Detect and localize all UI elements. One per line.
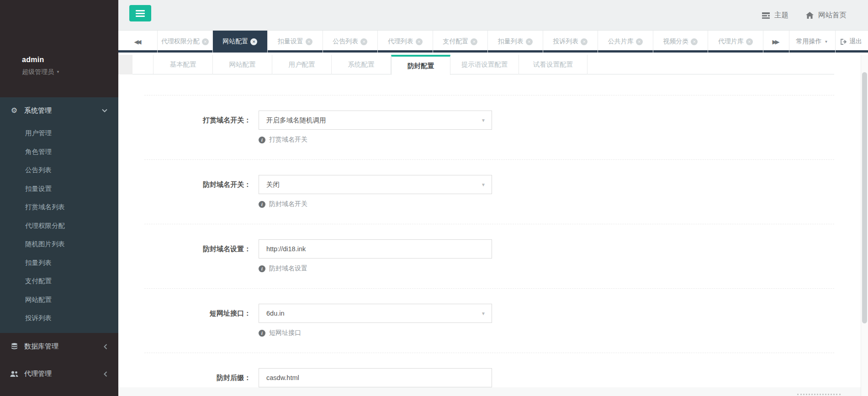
- tab-label: 代理列表: [388, 37, 413, 46]
- admin-backend-screen: admin 超级管理员▼ ⚙ 系统管理 用户管理角色管理公告列表扣量设置打赏域名…: [0, 0, 868, 396]
- username: admin: [22, 56, 118, 64]
- close-icon[interactable]: ×: [416, 38, 423, 45]
- form-row-main: 短网址接口：6du.in▼: [144, 304, 834, 323]
- field-label: 短网址接口：: [144, 304, 251, 323]
- field-control: http://di18.ink: [259, 239, 492, 259]
- form-row-main: 打赏域名开关：开启多域名随机调用▼: [144, 111, 834, 130]
- close-icon[interactable]: ×: [471, 38, 477, 45]
- sidebar-subitem[interactable]: 扣量设置: [0, 180, 118, 198]
- user-role-label: 超级管理员: [22, 68, 54, 75]
- sidebar-subitem[interactable]: 随机图片列表: [0, 235, 118, 253]
- users-icon: [10, 371, 18, 377]
- form-row: 防封域名设置：http://di18.inki防封域名设置: [144, 224, 834, 288]
- tab-item[interactable]: 支付配置×: [433, 31, 488, 53]
- close-icon[interactable]: ×: [360, 38, 367, 45]
- subtab-item[interactable]: 用户配置: [272, 55, 332, 74]
- theme-link[interactable]: 主题: [762, 11, 789, 20]
- field-value: http://di18.ink: [266, 245, 306, 253]
- common-actions-dropdown[interactable]: 常用操作 ▼: [789, 31, 836, 53]
- text-input-field[interactable]: http://di18.ink: [259, 239, 492, 259]
- tab-label: 网站配置: [222, 37, 248, 46]
- sidebar-subitem[interactable]: 公告列表: [0, 161, 118, 180]
- scrollbar-thumb[interactable]: [862, 72, 867, 323]
- tab-item[interactable]: 公共片库×: [598, 31, 653, 53]
- tab-item[interactable]: 代理片库×: [708, 31, 763, 53]
- subtab-item[interactable]: 提示语设置配置: [450, 55, 519, 74]
- logout-button[interactable]: 退出: [836, 31, 868, 53]
- sidebar-item-agent-management[interactable]: 代理管理: [0, 360, 118, 388]
- chevron-down-icon: ▼: [56, 70, 60, 74]
- tab-label: 支付配置: [443, 37, 468, 46]
- form-row-main: 防封后缀：casdw.html: [144, 368, 834, 387]
- field-control: 关闭▼: [259, 175, 492, 194]
- sidebar-toggle-button[interactable]: [129, 5, 151, 21]
- tabs-scroll-right-button[interactable]: ▶▶: [763, 31, 789, 53]
- site-home-link[interactable]: 网站首页: [806, 11, 847, 20]
- sidebar-item-system-management[interactable]: ⚙ 系统管理: [0, 97, 118, 124]
- tab-label: 扣量列表: [498, 37, 524, 46]
- subtab-item[interactable]: 基本配置: [153, 55, 213, 74]
- sidebar-subitem[interactable]: 用户管理: [0, 124, 118, 143]
- sidebar-subitem[interactable]: 投诉列表: [0, 309, 118, 327]
- text-input-field[interactable]: casdw.html: [259, 368, 492, 387]
- tab-item[interactable]: 代理列表×: [378, 31, 433, 53]
- close-icon[interactable]: ×: [581, 38, 587, 45]
- theme-icon: [762, 12, 770, 19]
- field-help-text: 防封域名开关: [269, 200, 307, 208]
- sidebar-item-database-management[interactable]: 数据库管理: [0, 333, 118, 360]
- subtab-active[interactable]: 防封配置: [391, 55, 450, 75]
- close-icon[interactable]: ×: [250, 38, 257, 45]
- section-label: 数据库管理: [24, 342, 58, 351]
- close-icon[interactable]: ×: [526, 38, 533, 45]
- double-left-arrow-icon: ◀◀: [134, 38, 142, 45]
- chevron-down-icon: ▼: [825, 40, 828, 44]
- tabs-scroll-left-button[interactable]: ◀◀: [118, 31, 158, 53]
- tab-active[interactable]: 网站配置×: [213, 31, 268, 53]
- sidebar-subitem[interactable]: 支付配置: [0, 272, 118, 290]
- close-icon[interactable]: ×: [202, 38, 209, 45]
- field-help: i防封域名开关: [259, 200, 834, 208]
- nav-section-system: ⚙ 系统管理 用户管理角色管理公告列表扣量设置打赏域名列表代理权限分配随机图片列…: [0, 97, 118, 333]
- tab-item[interactable]: 投诉列表×: [543, 31, 598, 53]
- chevron-left-icon: [104, 371, 107, 377]
- select-field[interactable]: 开启多域名随机调用▼: [259, 111, 492, 130]
- form-row-main: 防封域名设置：http://di18.ink: [144, 239, 834, 259]
- field-help: i防封域名设置: [259, 264, 834, 273]
- close-icon[interactable]: ×: [691, 38, 698, 45]
- tab-item[interactable]: 扣量列表×: [488, 31, 543, 53]
- system-submenu: 用户管理角色管理公告列表扣量设置打赏域名列表代理权限分配随机图片列表扣量列表支付…: [0, 124, 118, 327]
- info-icon: i: [259, 201, 265, 208]
- nav-section-database: 数据库管理 代理管理: [0, 333, 118, 388]
- field-help-text: 打赏域名开关: [269, 136, 307, 144]
- tab-item[interactable]: 视频分类×: [653, 31, 709, 53]
- sidebar-subitem[interactable]: 扣量列表: [0, 253, 118, 272]
- tab-label: 扣量设置: [278, 37, 303, 46]
- select-field[interactable]: 6du.in▼: [259, 304, 492, 323]
- info-icon: i: [259, 330, 265, 337]
- sidebar-subitem[interactable]: 角色管理: [0, 143, 118, 161]
- double-right-arrow-icon: ▶▶: [773, 38, 780, 45]
- cutoff-footer-fragment: [797, 394, 841, 395]
- sidebar-subitem[interactable]: 网站配置: [0, 290, 118, 309]
- close-icon[interactable]: ×: [746, 38, 753, 45]
- tab-item[interactable]: 代理权限分配×: [158, 31, 213, 53]
- chevron-left-icon: [104, 344, 107, 349]
- section-label: 系统管理: [24, 106, 52, 115]
- select-field[interactable]: 关闭▼: [259, 175, 492, 194]
- vertical-scrollbar[interactable]: [861, 55, 868, 396]
- sidebar-subitem[interactable]: 代理权限分配: [0, 216, 118, 235]
- tab-item[interactable]: 公告列表×: [323, 31, 378, 53]
- subtab-item[interactable]: 试看设置配置: [519, 55, 587, 74]
- sidebar-subitem[interactable]: 打赏域名列表: [0, 198, 118, 216]
- subtab-item[interactable]: 系统配置: [332, 55, 391, 74]
- subtab-item[interactable]: 网站配置: [213, 55, 272, 74]
- user-role-dropdown[interactable]: 超级管理员▼: [22, 68, 118, 76]
- select-caret-icon: ▼: [481, 111, 486, 130]
- field-control: 6du.in▼: [259, 304, 492, 323]
- section-label: 代理管理: [24, 370, 52, 378]
- field-control: 开启多域名随机调用▼: [259, 111, 492, 130]
- close-icon[interactable]: ×: [636, 38, 643, 45]
- tab-item[interactable]: 扣量设置×: [268, 31, 323, 53]
- home-icon: [806, 12, 814, 19]
- close-icon[interactable]: ×: [306, 38, 312, 45]
